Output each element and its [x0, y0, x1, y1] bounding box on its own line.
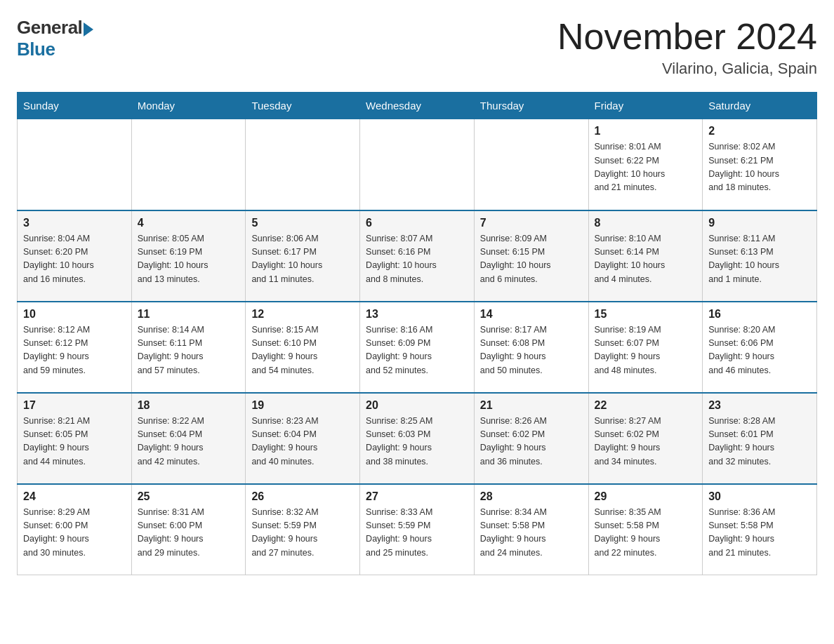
calendar-table: SundayMondayTuesdayWednesdayThursdayFrid… — [17, 92, 817, 575]
calendar-cell: 9Sunrise: 8:11 AM Sunset: 6:13 PM Daylig… — [703, 210, 817, 302]
calendar-cell — [360, 119, 475, 210]
day-info: Sunrise: 8:36 AM Sunset: 5:58 PM Dayligh… — [708, 506, 811, 561]
weekday-header-sunday: Sunday — [18, 93, 132, 119]
day-info: Sunrise: 8:28 AM Sunset: 6:01 PM Dayligh… — [708, 415, 811, 469]
calendar-cell: 5Sunrise: 8:06 AM Sunset: 6:17 PM Daylig… — [246, 210, 360, 302]
calendar-cell: 12Sunrise: 8:15 AM Sunset: 6:10 PM Dayli… — [246, 302, 360, 393]
day-info: Sunrise: 8:01 AM Sunset: 6:22 PM Dayligh… — [595, 140, 697, 195]
day-number: 17 — [23, 399, 126, 412]
day-info: Sunrise: 8:32 AM Sunset: 5:59 PM Dayligh… — [251, 506, 354, 561]
calendar-cell: 30Sunrise: 8:36 AM Sunset: 5:58 PM Dayli… — [703, 484, 817, 575]
calendar-cell: 2Sunrise: 8:02 AM Sunset: 6:21 PM Daylig… — [703, 119, 817, 210]
calendar-cell: 23Sunrise: 8:28 AM Sunset: 6:01 PM Dayli… — [703, 393, 817, 484]
week-row-1: 1Sunrise: 8:01 AM Sunset: 6:22 PM Daylig… — [18, 119, 817, 210]
day-info: Sunrise: 8:11 AM Sunset: 6:13 PM Dayligh… — [708, 232, 811, 287]
day-info: Sunrise: 8:05 AM Sunset: 6:19 PM Dayligh… — [138, 232, 240, 287]
calendar-cell — [131, 119, 246, 210]
day-number: 6 — [366, 217, 468, 229]
calendar-cell: 10Sunrise: 8:12 AM Sunset: 6:12 PM Dayli… — [18, 302, 132, 393]
day-info: Sunrise: 8:12 AM Sunset: 6:12 PM Dayligh… — [23, 323, 126, 378]
day-number: 2 — [708, 125, 811, 137]
day-info: Sunrise: 8:09 AM Sunset: 6:15 PM Dayligh… — [480, 232, 583, 287]
calendar-cell: 15Sunrise: 8:19 AM Sunset: 6:07 PM Dayli… — [588, 302, 703, 393]
day-number: 15 — [595, 308, 697, 321]
day-number: 19 — [251, 399, 354, 412]
calendar-cell: 22Sunrise: 8:27 AM Sunset: 6:02 PM Dayli… — [588, 393, 703, 484]
day-info: Sunrise: 8:31 AM Sunset: 6:00 PM Dayligh… — [138, 506, 240, 561]
calendar-cell: 19Sunrise: 8:23 AM Sunset: 6:04 PM Dayli… — [246, 393, 360, 484]
day-number: 29 — [595, 490, 697, 503]
day-info: Sunrise: 8:34 AM Sunset: 5:58 PM Dayligh… — [480, 506, 583, 561]
day-number: 13 — [366, 308, 468, 321]
day-info: Sunrise: 8:07 AM Sunset: 6:16 PM Dayligh… — [366, 232, 468, 287]
calendar-cell: 24Sunrise: 8:29 AM Sunset: 6:00 PM Dayli… — [18, 484, 132, 575]
calendar-subtitle: Vilarino, Galicia, Spain — [557, 60, 817, 78]
day-number: 27 — [366, 490, 468, 503]
day-number: 11 — [138, 308, 240, 321]
day-number: 10 — [23, 308, 126, 321]
day-number: 23 — [708, 399, 811, 412]
calendar-cell: 20Sunrise: 8:25 AM Sunset: 6:03 PM Dayli… — [360, 393, 475, 484]
calendar-cell: 18Sunrise: 8:22 AM Sunset: 6:04 PM Dayli… — [131, 393, 246, 484]
day-info: Sunrise: 8:14 AM Sunset: 6:11 PM Dayligh… — [138, 323, 240, 378]
calendar-cell: 3Sunrise: 8:04 AM Sunset: 6:20 PM Daylig… — [18, 210, 132, 302]
calendar-cell: 14Sunrise: 8:17 AM Sunset: 6:08 PM Dayli… — [474, 302, 588, 393]
calendar-cell: 11Sunrise: 8:14 AM Sunset: 6:11 PM Dayli… — [131, 302, 246, 393]
weekday-header-wednesday: Wednesday — [360, 93, 475, 119]
day-info: Sunrise: 8:19 AM Sunset: 6:07 PM Dayligh… — [595, 323, 697, 378]
day-info: Sunrise: 8:16 AM Sunset: 6:09 PM Dayligh… — [366, 323, 468, 378]
day-info: Sunrise: 8:33 AM Sunset: 5:59 PM Dayligh… — [366, 506, 468, 561]
weekday-header-monday: Monday — [131, 93, 246, 119]
week-row-2: 3Sunrise: 8:04 AM Sunset: 6:20 PM Daylig… — [18, 210, 817, 302]
weekday-header-thursday: Thursday — [474, 93, 588, 119]
day-number: 30 — [708, 490, 811, 503]
calendar-title: November 2024 — [557, 17, 817, 57]
calendar-cell — [246, 119, 360, 210]
day-number: 25 — [138, 490, 240, 503]
week-row-5: 24Sunrise: 8:29 AM Sunset: 6:00 PM Dayli… — [18, 484, 817, 575]
calendar-cell: 26Sunrise: 8:32 AM Sunset: 5:59 PM Dayli… — [246, 484, 360, 575]
calendar-cell: 4Sunrise: 8:05 AM Sunset: 6:19 PM Daylig… — [131, 210, 246, 302]
day-info: Sunrise: 8:23 AM Sunset: 6:04 PM Dayligh… — [251, 415, 354, 469]
logo-blue-text: Blue — [17, 39, 55, 60]
day-number: 12 — [251, 308, 354, 321]
weekday-header-row: SundayMondayTuesdayWednesdayThursdayFrid… — [18, 93, 817, 119]
day-number: 16 — [708, 308, 811, 321]
page-header: General Blue November 2024 Vilarino, Gal… — [17, 17, 817, 78]
day-number: 8 — [595, 217, 697, 229]
day-number: 18 — [138, 399, 240, 412]
day-info: Sunrise: 8:25 AM Sunset: 6:03 PM Dayligh… — [366, 415, 468, 469]
title-block: November 2024 Vilarino, Galicia, Spain — [557, 17, 817, 78]
week-row-4: 17Sunrise: 8:21 AM Sunset: 6:05 PM Dayli… — [18, 393, 817, 484]
day-info: Sunrise: 8:22 AM Sunset: 6:04 PM Dayligh… — [138, 415, 240, 469]
day-info: Sunrise: 8:26 AM Sunset: 6:02 PM Dayligh… — [480, 415, 583, 469]
day-number: 1 — [595, 125, 697, 137]
calendar-cell: 21Sunrise: 8:26 AM Sunset: 6:02 PM Dayli… — [474, 393, 588, 484]
day-info: Sunrise: 8:17 AM Sunset: 6:08 PM Dayligh… — [480, 323, 583, 378]
calendar-cell — [474, 119, 588, 210]
calendar-cell: 13Sunrise: 8:16 AM Sunset: 6:09 PM Dayli… — [360, 302, 475, 393]
day-info: Sunrise: 8:06 AM Sunset: 6:17 PM Dayligh… — [251, 232, 354, 287]
day-info: Sunrise: 8:02 AM Sunset: 6:21 PM Dayligh… — [708, 140, 811, 195]
day-number: 22 — [595, 399, 697, 412]
calendar-cell: 8Sunrise: 8:10 AM Sunset: 6:14 PM Daylig… — [588, 210, 703, 302]
day-number: 4 — [138, 217, 240, 229]
calendar-cell: 6Sunrise: 8:07 AM Sunset: 6:16 PM Daylig… — [360, 210, 475, 302]
day-number: 26 — [251, 490, 354, 503]
calendar-cell: 28Sunrise: 8:34 AM Sunset: 5:58 PM Dayli… — [474, 484, 588, 575]
day-number: 21 — [480, 399, 583, 412]
week-row-3: 10Sunrise: 8:12 AM Sunset: 6:12 PM Dayli… — [18, 302, 817, 393]
day-info: Sunrise: 8:27 AM Sunset: 6:02 PM Dayligh… — [595, 415, 697, 469]
logo-general-text: General — [17, 17, 82, 39]
day-number: 20 — [366, 399, 468, 412]
day-info: Sunrise: 8:35 AM Sunset: 5:58 PM Dayligh… — [595, 506, 697, 561]
calendar-cell: 1Sunrise: 8:01 AM Sunset: 6:22 PM Daylig… — [588, 119, 703, 210]
logo: General Blue — [17, 17, 93, 60]
day-info: Sunrise: 8:04 AM Sunset: 6:20 PM Dayligh… — [23, 232, 126, 287]
day-number: 7 — [480, 217, 583, 229]
calendar-cell: 16Sunrise: 8:20 AM Sunset: 6:06 PM Dayli… — [703, 302, 817, 393]
calendar-cell: 27Sunrise: 8:33 AM Sunset: 5:59 PM Dayli… — [360, 484, 475, 575]
calendar-cell: 29Sunrise: 8:35 AM Sunset: 5:58 PM Dayli… — [588, 484, 703, 575]
day-number: 28 — [480, 490, 583, 503]
calendar-cell: 17Sunrise: 8:21 AM Sunset: 6:05 PM Dayli… — [18, 393, 132, 484]
